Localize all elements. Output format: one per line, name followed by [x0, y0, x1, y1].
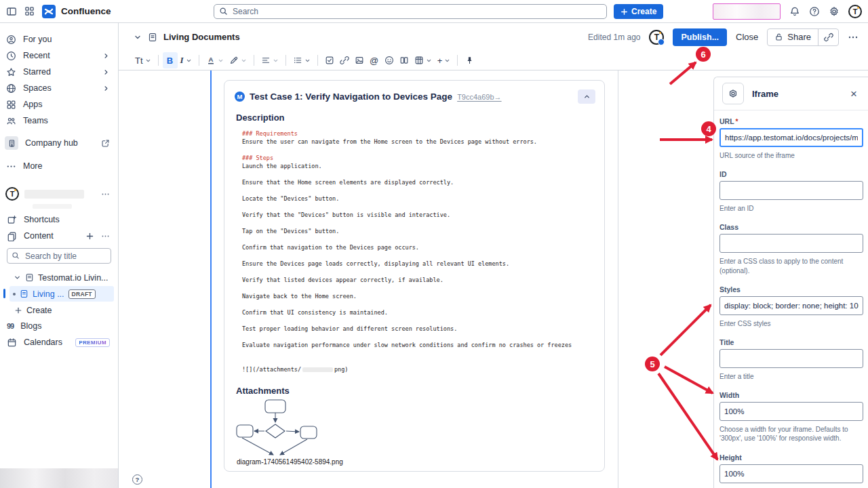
markdown-image-line: ![](/attachments/png): [242, 365, 595, 373]
italic-label: I: [180, 55, 184, 66]
sidebar-label-starred: Starred: [23, 67, 96, 77]
height-input[interactable]: [719, 464, 863, 483]
title-input[interactable]: [719, 349, 863, 368]
test-case-title: Test Case 1: Verify Navigation to Device…: [250, 92, 452, 102]
sidebar-item-content[interactable]: Content: [0, 228, 118, 244]
markdown-text-line: [242, 251, 595, 260]
user-avatar[interactable]: T: [848, 5, 862, 18]
bullet-list-icon: [293, 56, 302, 65]
link-button[interactable]: [337, 52, 352, 68]
chevron-down-icon: [304, 58, 311, 64]
sidebar-label-for-you: For you: [23, 35, 110, 44]
tree-item-parent[interactable]: Testomat.io Livin...: [0, 270, 118, 285]
tree-child-label: Living ...: [33, 289, 64, 299]
sidebar-item-recent[interactable]: Recent: [0, 47, 118, 64]
text-style-button[interactable]: Tt: [132, 52, 154, 68]
pin-button[interactable]: [462, 52, 477, 68]
markdown-text-line: [242, 203, 595, 211]
editor-toolbar: TtBIA@+: [119, 51, 868, 70]
search-input[interactable]: [214, 4, 607, 19]
content-more-icon[interactable]: [101, 232, 110, 241]
sidebar-item-starred[interactable]: Starred: [0, 64, 118, 80]
sidebar-item-shortcuts[interactable]: Shortcuts: [0, 211, 118, 228]
redacted-space-subtitle: [33, 204, 72, 209]
width-input[interactable]: [719, 402, 863, 421]
sidebar-item-teams[interactable]: Teams: [0, 113, 118, 129]
markdown-text-line: [242, 235, 595, 243]
iframe-field-height: HeightChoose a height for your iframe: [719, 453, 863, 488]
search-icon: [219, 7, 228, 16]
task-button[interactable]: [322, 52, 337, 68]
description-heading: Description: [236, 113, 604, 123]
image-button[interactable]: [352, 52, 367, 68]
sidebar-item-spaces[interactable]: Spaces: [0, 80, 118, 96]
settings-gear-icon[interactable]: [829, 6, 840, 17]
sidebar-item-calendars[interactable]: Calendars PREMIUM: [0, 334, 118, 350]
more-actions-icon[interactable]: [848, 32, 859, 43]
editor-avatar[interactable]: T: [649, 30, 664, 45]
tree-item-living-documents[interactable]: Living ... DRAFT: [9, 286, 114, 302]
bold-button[interactable]: B: [163, 52, 178, 68]
iframe-macro-icon[interactable]: [722, 83, 744, 104]
test-case-id-link[interactable]: T9cc4a69b→: [457, 93, 501, 101]
align-button[interactable]: [258, 52, 281, 68]
create-button[interactable]: Create: [614, 4, 663, 19]
emoji-icon: [384, 56, 394, 65]
markdown-text-line: [242, 357, 595, 365]
italic-button[interactable]: I: [178, 52, 195, 68]
share-label: Share: [787, 32, 811, 42]
sidebar-item-more[interactable]: More: [0, 158, 118, 174]
app-switcher-icon[interactable]: [24, 6, 35, 16]
insert-button[interactable]: +: [435, 52, 454, 68]
highlight-icon: [229, 56, 239, 65]
chevron-right-icon: [102, 85, 110, 92]
collapse-sidebar-icon[interactable]: [6, 6, 17, 17]
close-panel-icon[interactable]: ×: [848, 87, 860, 101]
people-icon: [6, 116, 16, 126]
sidebar-item-for-you[interactable]: For you: [0, 31, 118, 47]
collapse-button[interactable]: [578, 89, 595, 104]
page-header: Living Documents Edited 1m ago T Publish…: [119, 23, 868, 51]
chevron-down-icon[interactable]: [14, 274, 21, 281]
iframe-field-styles: StylesEnter CSS styles: [719, 285, 863, 328]
table-button[interactable]: [412, 52, 435, 68]
plus-icon: [14, 306, 22, 314]
help-icon[interactable]: [809, 6, 820, 17]
space-header[interactable]: T: [0, 186, 118, 202]
text-color-button[interactable]: A: [203, 52, 226, 68]
publish-button[interactable]: Publish...: [673, 28, 727, 46]
styles-input[interactable]: [719, 296, 863, 315]
notifications-bell-icon[interactable]: [789, 6, 800, 17]
emoji-button[interactable]: [382, 52, 397, 68]
top-navigation-bar: Confluence Create T: [0, 0, 868, 23]
class-input[interactable]: [719, 234, 863, 253]
space-more-icon[interactable]: [101, 190, 110, 199]
required-asterisk: *: [736, 117, 738, 125]
sidebar-item-blogs[interactable]: 99 Blogs: [0, 318, 118, 334]
create-button-label: Create: [631, 7, 656, 16]
title-search-input[interactable]: [7, 248, 111, 264]
bullet-list-button[interactable]: [290, 52, 313, 68]
sidebar-label-teams: Teams: [23, 116, 110, 125]
highlight-button[interactable]: [226, 52, 250, 68]
share-button[interactable]: Share: [768, 32, 818, 42]
sidebar-item-company-hub[interactable]: Company hub: [0, 135, 118, 151]
help-bubble-icon[interactable]: ?: [132, 474, 142, 485]
close-button[interactable]: Close: [736, 32, 758, 42]
markdown-text-line: [242, 268, 595, 276]
sidebar-item-apps[interactable]: Apps: [0, 96, 118, 113]
markdown-code-block[interactable]: ### RequirementsEnsure the user can navi…: [242, 129, 595, 373]
panel-title: Iframe: [752, 89, 778, 99]
redacted-space-footer: [0, 468, 118, 488]
markdown-text-line: [242, 317, 595, 325]
copy-link-icon[interactable]: [818, 33, 838, 42]
mention-button[interactable]: @: [367, 52, 382, 68]
confluence-logo-icon[interactable]: [42, 5, 56, 18]
tree-create-button[interactable]: Create: [0, 302, 118, 318]
layout-button[interactable]: [397, 52, 412, 68]
url-input[interactable]: [719, 128, 863, 147]
add-content-icon[interactable]: [85, 232, 94, 241]
id-input[interactable]: [719, 181, 863, 200]
chevron-down-icon[interactable]: [134, 33, 142, 41]
markdown-text-line: Launch the application.: [242, 162, 595, 170]
